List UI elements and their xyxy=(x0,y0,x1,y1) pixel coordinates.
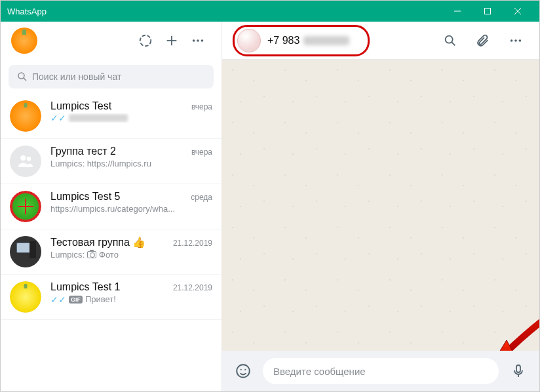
contact-phone: +7 983 xyxy=(267,35,349,47)
search-icon xyxy=(443,33,457,48)
preview-prefix: Lumpics: xyxy=(50,250,85,260)
contact-phone-blurred xyxy=(303,36,349,45)
chat-time: вчера xyxy=(191,102,212,111)
svg-point-16 xyxy=(511,39,513,42)
gif-badge: GIF xyxy=(69,296,83,304)
status-icon xyxy=(138,33,153,48)
my-profile-avatar[interactable] xyxy=(11,28,37,54)
search-row xyxy=(1,60,222,94)
blurred-preview xyxy=(69,114,128,122)
svg-rect-22 xyxy=(516,365,520,372)
chat-name: Тестовая группа 👍 xyxy=(50,236,169,248)
search-input[interactable] xyxy=(32,71,206,82)
sidebar-menu-button[interactable] xyxy=(185,28,211,54)
svg-line-11 xyxy=(24,78,26,81)
emoji-button[interactable] xyxy=(231,359,255,383)
dots-icon xyxy=(509,33,523,48)
mic-icon xyxy=(511,363,526,379)
avatar xyxy=(10,191,41,222)
chat-item-lumpics-test-1[interactable]: Lumpics Test 1 21.12.2019 ✓✓ GIF Привет! xyxy=(1,275,222,320)
svg-point-8 xyxy=(197,39,199,42)
plus-icon xyxy=(164,33,179,48)
chat-time: 21.12.2019 xyxy=(173,283,212,292)
chat-menu-button[interactable] xyxy=(503,28,529,54)
computer-icon xyxy=(12,239,39,265)
svg-point-21 xyxy=(244,369,246,370)
chat-name: Lumpics Test 1 xyxy=(50,281,169,293)
preview-text: Привет! xyxy=(85,294,116,304)
attach-button[interactable] xyxy=(470,28,496,54)
svg-point-7 xyxy=(193,39,195,42)
window-minimize-button[interactable] xyxy=(442,1,473,22)
read-ticks-icon: ✓✓ xyxy=(50,295,66,304)
message-input[interactable] xyxy=(273,366,488,377)
chat-list[interactable]: Lumpics Test вчера ✓✓ xyxy=(1,94,222,391)
attach-icon xyxy=(476,33,490,48)
new-chat-button[interactable] xyxy=(159,28,185,54)
svg-point-18 xyxy=(519,39,522,42)
chat-background-pattern xyxy=(222,60,539,351)
avatar xyxy=(10,100,41,132)
chat-preview: https://lumpics.ru/category/wha... xyxy=(50,204,212,214)
chat-preview: ✓✓ GIF Привет! xyxy=(50,294,212,304)
chat-item-test-group[interactable]: Тестовая группа 👍 21.12.2019 Lumpics: Фо… xyxy=(1,229,222,275)
chat-preview: Lumpics: https://lumpics.ru xyxy=(50,159,212,168)
chat-item-lumpics-test[interactable]: Lumpics Test вчера ✓✓ xyxy=(1,94,222,139)
svg-point-9 xyxy=(201,39,204,42)
chat-item-lumpics-test-5[interactable]: Lumpics Test 5 среда https://lumpics.ru/… xyxy=(1,184,222,229)
message-input-row xyxy=(222,351,539,391)
svg-point-20 xyxy=(241,369,242,370)
svg-point-17 xyxy=(514,39,517,42)
camera-icon xyxy=(87,251,96,258)
svg-rect-1 xyxy=(485,9,491,14)
svg-point-12 xyxy=(20,155,26,161)
read-ticks-icon: ✓✓ xyxy=(50,113,66,123)
app-window: WhatsApp xyxy=(0,0,540,392)
chat-preview: ✓✓ xyxy=(50,113,212,123)
chat-name: Lumpics Test 5 xyxy=(50,191,187,203)
avatar xyxy=(10,281,41,313)
titlebar: WhatsApp xyxy=(1,1,539,22)
status-button[interactable] xyxy=(132,28,159,54)
window-maximize-button[interactable] xyxy=(473,1,503,22)
chat-preview: Lumpics: Фото xyxy=(50,250,212,260)
mic-button[interactable] xyxy=(507,359,530,383)
contact-avatar xyxy=(237,29,261,52)
svg-point-19 xyxy=(237,364,250,378)
sidebar-header xyxy=(1,22,222,60)
preview-photo-label: Фото xyxy=(99,250,119,260)
dots-icon xyxy=(191,33,205,48)
search-box[interactable] xyxy=(9,65,214,88)
chat-name: Lumpics Test xyxy=(50,100,187,112)
contact-phone-prefix: +7 983 xyxy=(267,35,299,47)
avatar xyxy=(10,236,41,267)
sidebar: Lumpics Test вчера ✓✓ xyxy=(1,22,222,391)
chat-header: +7 983 xyxy=(222,22,539,60)
chat-name: Группа тест 2 xyxy=(50,146,187,157)
chat-search-button[interactable] xyxy=(437,28,463,54)
chat-time: вчера xyxy=(191,147,212,157)
chat-pane: +7 983 xyxy=(222,22,539,391)
svg-point-14 xyxy=(446,35,453,43)
emoji-icon xyxy=(235,363,252,380)
svg-point-10 xyxy=(18,73,24,79)
message-input-wrap[interactable] xyxy=(263,358,499,384)
chat-time: 21.12.2019 xyxy=(173,239,212,248)
svg-line-15 xyxy=(452,42,455,45)
chat-time: среда xyxy=(191,193,212,202)
svg-point-4 xyxy=(140,35,151,47)
window-close-button[interactable] xyxy=(503,1,533,22)
chat-item-group-test-2[interactable]: Группа тест 2 вчера Lumpics: https://lum… xyxy=(1,139,222,184)
group-icon xyxy=(16,151,35,171)
search-icon xyxy=(16,71,28,83)
contact-info-chip[interactable]: +7 983 xyxy=(233,25,370,56)
svg-point-13 xyxy=(27,157,31,161)
avatar xyxy=(10,146,41,177)
chat-messages-area[interactable] xyxy=(222,60,539,351)
app-title: WhatsApp xyxy=(7,7,442,16)
